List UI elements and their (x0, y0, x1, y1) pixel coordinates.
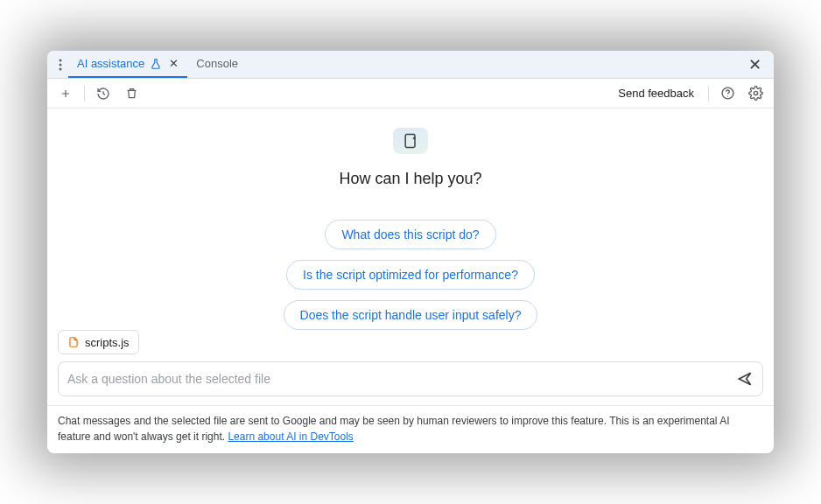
svg-point-4 (726, 95, 727, 96)
send-icon (736, 370, 754, 388)
suggestion-chip[interactable]: Does the script handle user input safely… (284, 300, 538, 330)
separator (84, 86, 85, 102)
context-file-name: scripts.js (85, 336, 130, 349)
tab-bar: AI assistance ✕ Console ✕ (47, 51, 774, 79)
gear-icon (748, 86, 763, 101)
svg-point-0 (60, 59, 62, 61)
suggestion-list: What does this script do? Is the script … (284, 220, 538, 330)
file-icon (67, 335, 80, 349)
page-heading: How can I help you? (339, 170, 481, 188)
send-feedback-link[interactable]: Send feedback (613, 87, 699, 100)
more-vertical-icon (59, 59, 62, 71)
delete-button[interactable] (122, 84, 141, 103)
input-row (47, 361, 774, 405)
context-row: scripts.js (47, 330, 150, 354)
svg-point-5 (754, 91, 757, 94)
tab-label: Console (196, 57, 238, 70)
close-panel-button[interactable]: ✕ (741, 55, 768, 74)
prompt-input[interactable] (67, 372, 727, 386)
disclaimer: Chat messages and the selected file are … (47, 405, 774, 453)
tab-ai-assistance[interactable]: AI assistance ✕ (68, 51, 187, 78)
plus-icon (60, 88, 72, 100)
new-chat-button[interactable] (56, 84, 75, 103)
learn-more-link[interactable]: Learn about AI in DevTools (228, 430, 353, 443)
context-file-chip[interactable]: scripts.js (58, 330, 139, 354)
settings-button[interactable] (746, 84, 765, 103)
sparkle-code-icon (402, 132, 419, 150)
suggestion-chip[interactable]: Is the script optimized for performance? (286, 260, 535, 290)
prompt-input-wrap (58, 361, 763, 396)
tab-label: AI assistance (77, 57, 144, 70)
devtools-panel: AI assistance ✕ Console ✕ (47, 51, 774, 453)
trash-icon (125, 87, 138, 100)
hero-icon-container (393, 128, 428, 154)
help-button[interactable] (718, 84, 737, 103)
main-content: How can I help you? What does this scrip… (47, 108, 774, 405)
svg-point-2 (60, 67, 62, 70)
kebab-menu[interactable] (53, 59, 68, 71)
send-button[interactable] (736, 370, 754, 388)
tab-console[interactable]: Console (187, 51, 247, 78)
flask-icon (150, 58, 162, 70)
toolbar: Send feedback (47, 79, 774, 108)
history-icon (96, 87, 110, 101)
suggestion-chip[interactable]: What does this script do? (325, 220, 495, 249)
help-icon (720, 86, 735, 101)
disclaimer-text: Chat messages and the selected file are … (58, 415, 730, 443)
svg-point-1 (60, 63, 62, 66)
separator (708, 86, 709, 102)
close-tab-icon[interactable]: ✕ (169, 57, 179, 70)
history-button[interactable] (94, 84, 113, 103)
